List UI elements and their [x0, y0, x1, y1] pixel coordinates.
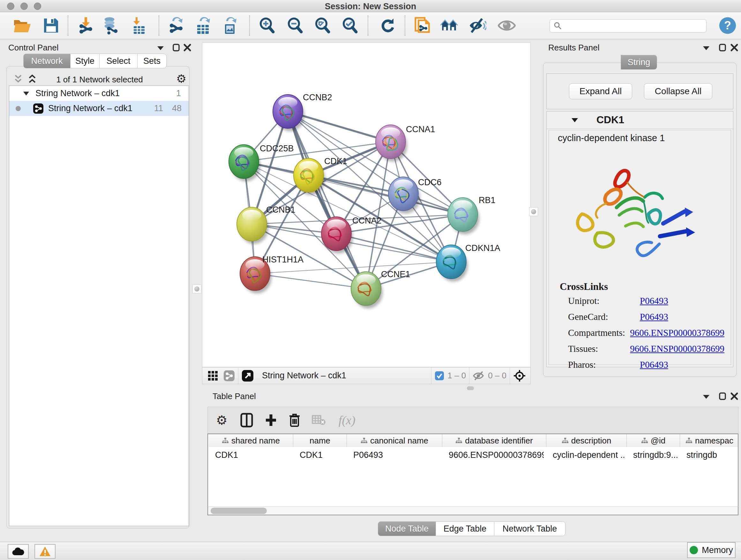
node-label: CCNB1: [266, 205, 295, 214]
tab-select[interactable]: Select: [99, 54, 138, 68]
network-node-ccnb1[interactable]: CCNB1: [237, 205, 295, 244]
crosslink-value-link[interactable]: 9606.ENSP00000378699: [630, 327, 724, 338]
results-panel-close-icon[interactable]: [730, 44, 738, 52]
open-session-button[interactable]: [13, 17, 31, 35]
gene-section-header[interactable]: CDK1: [547, 111, 733, 129]
network-collection-row[interactable]: String Network – cdk1 1: [9, 86, 189, 101]
table-panel-float-icon[interactable]: [702, 393, 711, 400]
import-network-button[interactable]: [77, 17, 95, 35]
gene-collapse-icon[interactable]: [571, 117, 579, 123]
import-table-button[interactable]: [130, 17, 148, 35]
column-header-canonical-name[interactable]: canonical name: [347, 434, 442, 447]
crosslink-value-link[interactable]: P06493: [640, 360, 668, 370]
network-options-gear-icon[interactable]: ⚙: [176, 72, 186, 85]
table-scrollbar-thumb[interactable]: [211, 508, 267, 514]
column-header-namespac[interactable]: namespac: [680, 434, 738, 447]
crosslink-label: Pharos:: [568, 360, 640, 370]
selected-checkbox-icon[interactable]: [434, 371, 444, 381]
home-pages-button[interactable]: [441, 17, 458, 35]
birds-eye-grid-icon[interactable]: [207, 370, 218, 381]
tab-string[interactable]: String: [621, 55, 657, 70]
crosslinks-rows: Uniprot:P06493GeneCard:P06493Compartment…: [568, 296, 724, 375]
collapse-all-button[interactable]: Collapse All: [644, 83, 712, 99]
table-panel-maximize-icon[interactable]: [719, 392, 726, 400]
tab-sets[interactable]: Sets: [138, 54, 166, 68]
zoom-selected-button[interactable]: [341, 17, 359, 35]
node-table[interactable]: shared nameCDK1nameCDK1canonical nameP06…: [207, 434, 738, 506]
network-node-cdkn1a[interactable]: CDKN1A: [436, 243, 500, 282]
column-header-label: canonical name: [370, 436, 428, 446]
refresh-view-button[interactable]: [379, 17, 397, 35]
right-splitter-handle[interactable]: [529, 207, 538, 216]
column-header-shared-name[interactable]: shared name: [209, 434, 293, 447]
tab-network[interactable]: Network: [23, 54, 71, 68]
table-panel-close-icon[interactable]: [730, 392, 738, 400]
results-panel-maximize-icon[interactable]: [719, 44, 726, 52]
search-input[interactable]: [549, 19, 706, 33]
crosslink-value-link[interactable]: 9606.ENSP00000378699: [630, 344, 724, 354]
column-header-database-identifier[interactable]: database identifier: [442, 434, 546, 447]
network-node-cdc6[interactable]: CDC6: [388, 177, 442, 213]
control-panel-float-icon[interactable]: [156, 45, 165, 51]
warning-icon: [39, 546, 51, 557]
hidden-eye-slash-icon[interactable]: [473, 371, 485, 381]
network-row-selected[interactable]: String Network – cdk1 11 48: [9, 101, 189, 116]
network-canvas[interactable]: CCNB2CCNA1CDC25BCDK1CDC6RB1CCNB1CCNA2CDK…: [202, 43, 531, 367]
detach-view-icon[interactable]: [242, 370, 254, 382]
table-cell[interactable]: 9606.ENSP00000378699: [449, 448, 544, 462]
expand-all-button[interactable]: Expand All: [569, 83, 632, 99]
export-image-button[interactable]: [221, 17, 239, 35]
crosslink-value-link[interactable]: P06493: [640, 312, 668, 322]
hide-annotations-icon[interactable]: [468, 17, 486, 35]
export-network-button[interactable]: [168, 17, 186, 35]
clone-network-button[interactable]: [414, 17, 432, 35]
zoom-out-button[interactable]: [286, 17, 304, 35]
control-panel-maximize-icon[interactable]: [172, 44, 180, 52]
table-cell[interactable]: CDK1: [215, 448, 291, 462]
table-cell[interactable]: cyclin-dependent ...: [553, 448, 624, 462]
zoom-fit-button[interactable]: [313, 17, 331, 35]
save-session-button[interactable]: [42, 17, 60, 35]
column-header-label: description: [571, 436, 611, 446]
warnings-button[interactable]: [35, 544, 56, 559]
collapse-all-networks-icon[interactable]: [13, 74, 23, 84]
column-header-description[interactable]: description: [546, 434, 627, 447]
collection-expand-icon[interactable]: [23, 91, 30, 97]
string-view-icon[interactable]: [223, 370, 235, 381]
memory-button[interactable]: Memory: [687, 542, 736, 558]
show-graphics-details-icon[interactable]: [498, 17, 516, 35]
expand-all-networks-icon[interactable]: [27, 74, 38, 84]
import-network-from-database-button[interactable]: [102, 17, 119, 35]
table-cell[interactable]: stringdb:9...: [633, 448, 677, 462]
table-cell[interactable]: P06493: [353, 448, 440, 462]
table-horizontal-scrollbar[interactable]: [207, 506, 738, 515]
network-node-ccne1[interactable]: CCNE1: [351, 269, 410, 308]
network-node-rb1[interactable]: RB1: [448, 195, 495, 234]
network-node-cdk1[interactable]: CDK1: [293, 157, 347, 195]
left-splitter-handle[interactable]: [192, 285, 201, 294]
fit-content-crosshair-icon[interactable]: [513, 369, 526, 382]
column-header-@id[interactable]: @id: [627, 434, 680, 447]
network-node-hist1h1a[interactable]: HIST1H1A: [240, 255, 304, 294]
add-column-icon[interactable]: [265, 413, 277, 427]
cloud-button[interactable]: [8, 544, 29, 559]
help-button[interactable]: ?: [719, 17, 737, 35]
crosslink-value-link[interactable]: P06493: [640, 296, 668, 306]
show-columns-icon[interactable]: [240, 413, 253, 428]
network-edge[interactable]: [255, 273, 366, 289]
zoom-in-button[interactable]: [258, 17, 276, 35]
node-label: CDC25B: [260, 144, 294, 153]
table-cell[interactable]: stringdb: [686, 448, 737, 462]
table-settings-gear-icon[interactable]: ⚙: [216, 413, 227, 428]
tab-node-table[interactable]: Node Table: [378, 521, 436, 536]
export-table-button[interactable]: [195, 17, 212, 35]
delete-column-trash-icon[interactable]: [289, 413, 300, 428]
tab-style[interactable]: Style: [71, 54, 99, 68]
tab-network-table[interactable]: Network Table: [494, 521, 565, 536]
table-cell[interactable]: CDK1: [300, 448, 344, 462]
column-header-name[interactable]: name: [293, 434, 347, 447]
memory-status-dot-icon: [690, 546, 698, 554]
tab-edge-table[interactable]: Edge Table: [436, 521, 494, 536]
control-panel-close-icon[interactable]: [183, 44, 192, 52]
results-panel-float-icon[interactable]: [702, 45, 711, 51]
